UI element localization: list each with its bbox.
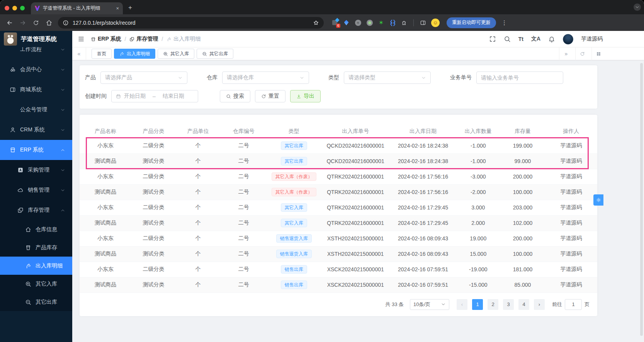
username[interactable]: 芋道源码 bbox=[581, 36, 603, 43]
page-button-2[interactable]: 2 bbox=[488, 299, 498, 310]
main-area: ERP 系统 / 库存管理 / 出入库明细 Tt bbox=[72, 31, 644, 342]
close-window-button[interactable] bbox=[5, 6, 9, 10]
profile-avatar[interactable]: ☺ bbox=[431, 19, 440, 27]
cell-order-no: XSTH20240215000001 bbox=[321, 246, 390, 262]
sidebar: 芋道管理系统 工作流程 会员中心 商城系统 bbox=[0, 31, 72, 342]
browser-menu-icon[interactable]: ⋮ bbox=[501, 19, 507, 26]
bizno-input[interactable] bbox=[481, 75, 559, 81]
goto-page-input[interactable] bbox=[565, 299, 582, 310]
prev-page-button[interactable]: ‹ bbox=[457, 299, 467, 310]
zoom-out-icon bbox=[202, 51, 207, 56]
date-range-picker[interactable]: 开始日期 – 结束日期 bbox=[111, 90, 198, 102]
sidebar-item-mall[interactable]: 商城系统 bbox=[0, 80, 72, 100]
extension-icon[interactable] bbox=[343, 19, 350, 26]
side-panel-icon[interactable] bbox=[420, 19, 426, 26]
search-icon[interactable] bbox=[504, 36, 511, 43]
sidebar-item-stock-out[interactable]: 其它出库 bbox=[0, 293, 72, 311]
type-select[interactable]: 请选择类型 bbox=[344, 71, 431, 84]
user-avatar[interactable] bbox=[563, 34, 573, 44]
chevron-up-icon bbox=[60, 148, 65, 153]
breadcrumb-item-stock[interactable]: 库存管理 bbox=[129, 36, 158, 43]
menu-fold-icon[interactable] bbox=[78, 36, 85, 43]
calendar-icon bbox=[116, 94, 121, 99]
warehouse-select[interactable]: 请选择仓库 bbox=[222, 71, 309, 84]
breadcrumb-separator: / bbox=[161, 36, 163, 42]
bell-icon[interactable] bbox=[548, 36, 555, 43]
extension-icon[interactable]: π bbox=[355, 19, 361, 26]
sidebar-item-erp[interactable]: ERP 系统 bbox=[0, 140, 72, 160]
bookmark-star-icon[interactable] bbox=[313, 20, 319, 26]
pagination: 共 33 条 10条/页 ‹ 1 2 3 4 › 前往 bbox=[80, 293, 597, 311]
goto-suffix: 页 bbox=[585, 301, 590, 308]
cell-category: 二级分类 bbox=[131, 231, 176, 246]
tabs-layout-button[interactable] bbox=[591, 48, 605, 60]
browser-window: 芋道管理系统 - 出入库明细 × + 127.0.0.1/erp/stock/r… bbox=[0, 0, 644, 342]
sidebar-item-wechat[interactable]: 公众号管理 bbox=[0, 100, 72, 120]
export-button[interactable]: 导出 bbox=[290, 90, 321, 102]
sidebar-item-stock[interactable]: 库存管理 bbox=[0, 200, 72, 220]
chevron-down-icon bbox=[421, 75, 426, 80]
back-button[interactable] bbox=[4, 17, 15, 29]
url-text[interactable]: 127.0.0.1/erp/stock/record bbox=[73, 20, 309, 26]
tab-home[interactable]: 首页 bbox=[92, 49, 112, 59]
extensions-puzzle-icon[interactable] bbox=[401, 19, 408, 26]
zoom-in-icon bbox=[25, 281, 31, 287]
cell-operator: 芋道源码 bbox=[545, 153, 597, 169]
sidebar-item-warehouse-info[interactable]: 仓库信息 bbox=[0, 220, 72, 238]
tabs-scroll-left-button[interactable]: « bbox=[72, 48, 86, 60]
site-info-icon[interactable] bbox=[63, 20, 69, 26]
column-header: 操作人 bbox=[545, 125, 597, 138]
tab-search-button[interactable] bbox=[634, 3, 641, 11]
cell-qty: -1.000 bbox=[456, 153, 500, 169]
tab-close-icon[interactable]: × bbox=[116, 5, 119, 11]
page-size-select[interactable]: 10条/页 bbox=[410, 299, 449, 310]
chrome-update-button[interactable]: 重新启动即可更新 bbox=[447, 17, 496, 28]
minimize-window-button[interactable] bbox=[12, 6, 17, 10]
sidebar-logo[interactable]: 芋道管理系统 bbox=[0, 31, 72, 47]
reset-button[interactable]: 重置 bbox=[255, 90, 285, 102]
page-button-1[interactable]: 1 bbox=[472, 299, 483, 310]
address-bar[interactable]: 127.0.0.1/erp/stock/record bbox=[58, 17, 324, 29]
forward-button[interactable] bbox=[17, 17, 29, 29]
breadcrumb-item-erp[interactable]: ERP 系统 bbox=[91, 36, 121, 43]
created-filter-label: 创建时间 bbox=[85, 93, 107, 100]
product-select[interactable]: 请选择产品 bbox=[100, 71, 187, 84]
tab-stock-out[interactable]: 其它出库 bbox=[197, 49, 233, 59]
cell-date: 2024-02-16 07:59:51 bbox=[390, 262, 456, 277]
extension-icon[interactable] bbox=[366, 19, 373, 26]
page-scrollbar[interactable] bbox=[640, 63, 643, 336]
sidebar-item-sales[interactable]: 销售管理 bbox=[0, 180, 72, 200]
fullscreen-icon[interactable] bbox=[489, 36, 496, 43]
browser-tab[interactable]: 芋道管理系统 - 出入库明细 × bbox=[31, 2, 123, 14]
sidebar-item-member[interactable]: 会员中心 bbox=[0, 60, 72, 80]
extension-icon[interactable]: ✶ bbox=[378, 19, 384, 26]
tabs-scroll-right-button[interactable]: » bbox=[559, 48, 573, 60]
extension-icon[interactable]: ❮❯❮❯ bbox=[389, 19, 396, 26]
next-page-button[interactable]: › bbox=[534, 299, 545, 310]
sidebar-item-crm[interactable]: CRM 系统 bbox=[0, 120, 72, 140]
cell-warehouse: 二号 bbox=[220, 200, 267, 215]
reload-button[interactable] bbox=[30, 17, 42, 29]
language-icon[interactable]: 文A bbox=[531, 36, 540, 43]
sidebar-item-stock-in[interactable]: 其它入库 bbox=[0, 275, 72, 293]
search-button[interactable]: 搜索 bbox=[220, 90, 250, 102]
cell-operator: 芋道源码 bbox=[545, 138, 597, 153]
cell-stock: 199.000 bbox=[500, 138, 545, 153]
tab-stock-in[interactable]: 其它入库 bbox=[158, 49, 194, 59]
sidebar-item-product-stock[interactable]: 产品库存 bbox=[0, 238, 72, 257]
tabs-refresh-button[interactable] bbox=[575, 48, 589, 60]
page-button-4[interactable]: 4 bbox=[518, 299, 529, 310]
page-button-3[interactable]: 3 bbox=[503, 299, 514, 310]
sidebar-item-purchase[interactable]: 采购管理 bbox=[0, 160, 72, 180]
extension-icon[interactable]: 6 bbox=[331, 19, 338, 26]
settings-gear-button[interactable] bbox=[593, 194, 603, 206]
cell-warehouse: 二号 bbox=[220, 184, 267, 200]
sidebar-item-stock-record[interactable]: 出入库明细 bbox=[0, 257, 72, 275]
home-button[interactable] bbox=[43, 17, 55, 29]
zoom-window-button[interactable] bbox=[20, 6, 25, 10]
tab-stock-record[interactable]: 出入库明细 bbox=[114, 49, 155, 59]
cell-stock: 100.000 bbox=[500, 184, 545, 200]
new-tab-button[interactable]: + bbox=[128, 4, 132, 12]
font-size-icon[interactable]: Tt bbox=[518, 36, 523, 42]
logo-title: 芋道管理系统 bbox=[21, 35, 57, 43]
